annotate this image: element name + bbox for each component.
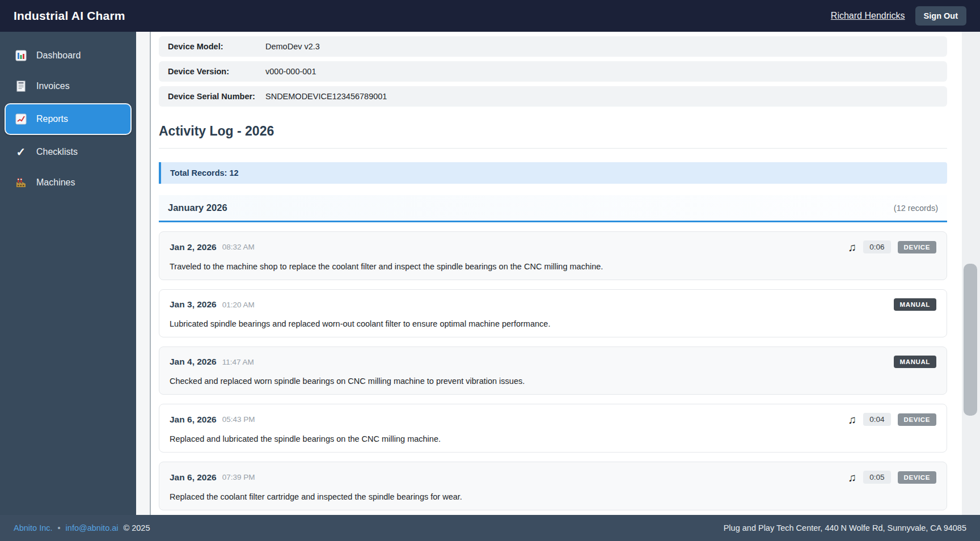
activity-entry-card: Jan 2, 2026 08:32 AM ♫ 0:06 DEVICE Trave… xyxy=(159,231,947,280)
sidebar-nav: Dashboard Invoices Reports ✓ Checklists … xyxy=(0,32,136,515)
sign-out-button[interactable]: Sign Out xyxy=(915,6,966,26)
device-info-value: DemoDev v2.3 xyxy=(265,42,320,51)
entry-header: Jan 3, 2026 01:20 AM MANUAL xyxy=(170,298,936,311)
top-bar-right: Richard Hendricks Sign Out xyxy=(831,6,966,26)
entry-date: Jan 4, 2026 xyxy=(170,357,217,367)
manual-badge: MANUAL xyxy=(894,356,936,368)
main-area: Dashboard Invoices Reports ✓ Checklists … xyxy=(0,32,980,515)
activity-entry-card: Jan 6, 2026 05:43 PM ♫ 0:04 DEVICE Repla… xyxy=(159,404,947,453)
device-badge: DEVICE xyxy=(898,413,936,426)
entry-description: Traveled to the machine shop to replace … xyxy=(170,262,936,271)
audio-duration-pill: 0:04 xyxy=(863,413,890,426)
factory-icon xyxy=(15,176,27,189)
receipt-icon xyxy=(15,80,27,92)
device-badge: DEVICE xyxy=(898,241,936,253)
content-panel: Device Model: DemoDev v2.3 Device Versio… xyxy=(151,32,962,515)
user-profile-link[interactable]: Richard Hendricks xyxy=(831,11,905,21)
footer-bar: Abnito Inc. • info@abnito.ai © 2025 Plug… xyxy=(0,515,980,541)
entry-time: 01:20 AM xyxy=(222,301,255,309)
content-left-gutter xyxy=(136,32,151,515)
entry-date: Jan 6, 2026 xyxy=(170,472,217,483)
audio-note-icon: ♫ xyxy=(848,472,856,483)
audio-duration-pill: 0:06 xyxy=(863,240,890,253)
device-info-list: Device Model: DemoDev v2.3 Device Versio… xyxy=(159,36,947,107)
entry-header: Jan 6, 2026 05:43 PM ♫ 0:04 DEVICE xyxy=(170,413,936,426)
company-link[interactable]: Abnito Inc. xyxy=(14,523,53,532)
audio-note-icon: ♫ xyxy=(848,414,856,425)
audio-note-icon: ♫ xyxy=(848,242,856,253)
entry-header: Jan 2, 2026 08:32 AM ♫ 0:06 DEVICE xyxy=(170,240,936,253)
device-info-value: v000-000-001 xyxy=(265,67,316,76)
footer-separator: • xyxy=(58,523,61,532)
line-chart-icon xyxy=(15,113,27,125)
entry-date: Jan 6, 2026 xyxy=(170,415,217,425)
scrollbar-thumb[interactable] xyxy=(964,264,977,416)
entry-time: 08:32 AM xyxy=(222,243,255,251)
month-record-count: (12 records) xyxy=(894,204,938,213)
bar-chart-icon xyxy=(15,49,27,62)
device-info-label: Device Model: xyxy=(168,42,265,51)
sidebar-item-dashboard[interactable]: Dashboard xyxy=(0,41,136,70)
entry-description: Lubricated spindle bearings and replaced… xyxy=(170,319,936,328)
footer-left: Abnito Inc. • info@abnito.ai © 2025 xyxy=(14,523,150,532)
entry-description: Replaced and lubricated the spindle bear… xyxy=(170,434,936,443)
entry-description: Replaced the coolant filter cartridge an… xyxy=(170,492,936,501)
audio-duration-pill: 0:05 xyxy=(863,471,890,484)
device-info-row: Device Model: DemoDev v2.3 xyxy=(159,36,947,57)
activity-entry-card: Jan 6, 2026 07:39 PM ♫ 0:05 DEVICE Repla… xyxy=(159,462,947,510)
activity-entry-list: Jan 2, 2026 08:32 AM ♫ 0:06 DEVICE Trave… xyxy=(159,231,947,515)
month-label: January 2026 xyxy=(168,202,227,213)
device-info-label: Device Serial Number: xyxy=(168,92,265,101)
copyright-text: © 2025 xyxy=(124,523,150,532)
sidebar-item-label: Checklists xyxy=(36,147,78,157)
sidebar-item-label: Machines xyxy=(36,177,75,188)
month-section-header: January 2026 (12 records) xyxy=(159,195,947,222)
entry-header: Jan 4, 2026 11:47 AM MANUAL xyxy=(170,356,936,368)
device-info-value: SNDEMODEVICE123456789001 xyxy=(265,92,387,101)
sidebar-item-checklists[interactable]: ✓ Checklists xyxy=(0,137,136,167)
sidebar-item-label: Dashboard xyxy=(36,50,81,61)
device-info-row: Device Version: v000-000-001 xyxy=(159,61,947,82)
entry-date: Jan 2, 2026 xyxy=(170,242,217,252)
device-info-row: Device Serial Number: SNDEMODEVICE123456… xyxy=(159,86,947,107)
sidebar-item-label: Reports xyxy=(36,114,68,124)
app-title: Industrial AI Charm xyxy=(14,9,125,23)
footer-address: Plug and Play Tech Center, 440 N Wolfe R… xyxy=(724,523,966,532)
device-info-label: Device Version: xyxy=(168,67,265,76)
vertical-scrollbar[interactable] xyxy=(962,32,980,515)
entry-time: 07:39 PM xyxy=(222,473,255,481)
entry-date: Jan 3, 2026 xyxy=(170,299,217,310)
email-link[interactable]: info@abnito.ai xyxy=(66,523,119,532)
sidebar-item-machines[interactable]: Machines xyxy=(0,168,136,197)
sidebar-item-reports[interactable]: Reports xyxy=(5,103,132,135)
sidebar-item-invoices[interactable]: Invoices xyxy=(0,71,136,101)
top-bar: Industrial AI Charm Richard Hendricks Si… xyxy=(0,0,980,32)
entry-time: 11:47 AM xyxy=(222,358,254,366)
activity-entry-card: Jan 4, 2026 11:47 AM MANUAL Checked and … xyxy=(159,346,947,395)
entry-time: 05:43 PM xyxy=(222,415,255,424)
app-window: Industrial AI Charm Richard Hendricks Si… xyxy=(0,0,980,541)
total-records-banner: Total Records: 12 xyxy=(159,162,947,184)
check-icon: ✓ xyxy=(15,146,27,158)
entry-description: Checked and replaced worn spindle bearin… xyxy=(170,377,936,386)
sidebar-item-label: Invoices xyxy=(36,81,70,91)
device-badge: DEVICE xyxy=(898,471,936,484)
page-title: Activity Log - 2026 xyxy=(159,124,947,149)
entry-header: Jan 6, 2026 07:39 PM ♫ 0:05 DEVICE xyxy=(170,471,936,484)
activity-entry-card: Jan 3, 2026 01:20 AM MANUAL Lubricated s… xyxy=(159,289,947,337)
manual-badge: MANUAL xyxy=(894,298,936,311)
